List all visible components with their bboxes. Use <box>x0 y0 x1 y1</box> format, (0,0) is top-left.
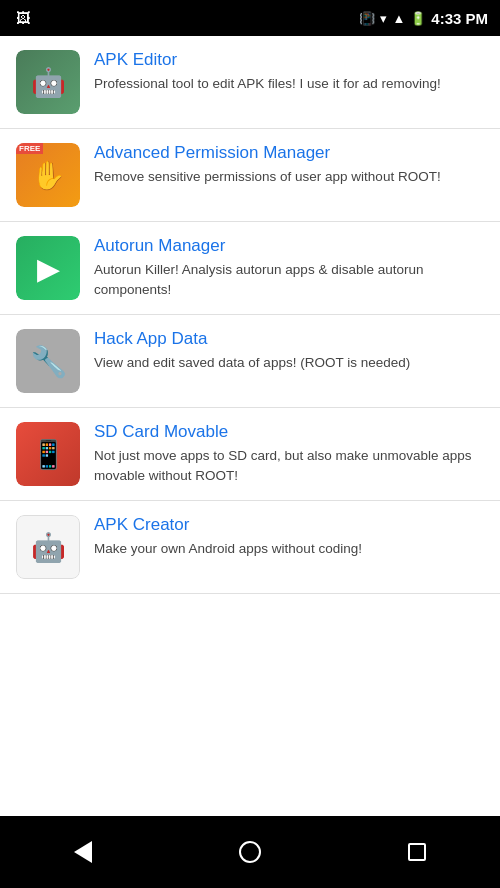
app-info-apk-editor: APK EditorProfessional tool to edit APK … <box>94 50 484 94</box>
battery-icon: 🔋 <box>410 11 426 26</box>
app-desc-sd-card-movable: Not just move apps to SD card, but also … <box>94 446 484 485</box>
app-item-autorun-manager[interactable]: Autorun ManagerAutorun Killer! Analysis … <box>0 222 500 315</box>
recent-button[interactable] <box>387 832 447 872</box>
app-info-autorun-manager: Autorun ManagerAutorun Killer! Analysis … <box>94 236 484 300</box>
app-name-apk-editor[interactable]: APK Editor <box>94 50 484 70</box>
app-item-advanced-permission-manager[interactable]: FREEAdvanced Permission ManagerRemove se… <box>0 129 500 222</box>
app-info-advanced-permission-manager: Advanced Permission ManagerRemove sensit… <box>94 143 484 187</box>
back-button[interactable] <box>53 832 113 872</box>
status-bar-left: 🖼 <box>16 10 30 26</box>
nav-bar <box>0 816 500 888</box>
home-button[interactable] <box>220 832 280 872</box>
screenshot-icon: 🖼 <box>16 10 30 26</box>
app-info-apk-creator: APK CreatorMake your own Android apps wi… <box>94 515 484 559</box>
app-name-hack-app-data[interactable]: Hack App Data <box>94 329 484 349</box>
app-icon-hack-app-data <box>16 329 80 393</box>
app-name-sd-card-movable[interactable]: SD Card Movable <box>94 422 484 442</box>
back-icon <box>74 841 92 863</box>
app-desc-autorun-manager: Autorun Killer! Analysis autorun apps & … <box>94 260 484 299</box>
app-name-advanced-permission-manager[interactable]: Advanced Permission Manager <box>94 143 484 163</box>
free-badge: FREE <box>16 143 43 154</box>
app-list: APK EditorProfessional tool to edit APK … <box>0 36 500 816</box>
icon-hack-app-data <box>16 329 80 393</box>
app-icon-advanced-permission-manager: FREE <box>16 143 80 207</box>
app-desc-apk-editor: Professional tool to edit APK files! I u… <box>94 74 484 94</box>
icon-apk-creator <box>16 515 80 579</box>
app-item-apk-editor[interactable]: APK EditorProfessional tool to edit APK … <box>0 36 500 129</box>
status-bar-right: 📳 ▾ ▲ 🔋 4:33 PM <box>359 10 488 27</box>
signal-icon: ▲ <box>392 11 405 26</box>
app-item-hack-app-data[interactable]: Hack App DataView and edit saved data of… <box>0 315 500 408</box>
app-name-autorun-manager[interactable]: Autorun Manager <box>94 236 484 256</box>
icon-autorun-manager <box>16 236 80 300</box>
icon-apk-editor <box>16 50 80 114</box>
app-item-sd-card-movable[interactable]: SD Card MovableNot just move apps to SD … <box>0 408 500 501</box>
app-desc-apk-creator: Make your own Android apps without codin… <box>94 539 484 559</box>
recent-icon <box>408 843 426 861</box>
app-desc-hack-app-data: View and edit saved data of apps! (ROOT … <box>94 353 484 373</box>
home-icon <box>239 841 261 863</box>
app-icon-apk-creator <box>16 515 80 579</box>
app-icon-apk-editor <box>16 50 80 114</box>
app-desc-advanced-permission-manager: Remove sensitive permissions of user app… <box>94 167 484 187</box>
app-item-apk-creator[interactable]: APK CreatorMake your own Android apps wi… <box>0 501 500 594</box>
app-icon-autorun-manager <box>16 236 80 300</box>
app-info-hack-app-data: Hack App DataView and edit saved data of… <box>94 329 484 373</box>
icon-advanced-permission-manager: FREE <box>16 143 80 207</box>
status-bar: 🖼 📳 ▾ ▲ 🔋 4:33 PM <box>0 0 500 36</box>
wifi-icon: ▾ <box>380 11 387 26</box>
app-name-apk-creator[interactable]: APK Creator <box>94 515 484 535</box>
icon-sd-card-movable <box>16 422 80 486</box>
vibrate-icon: 📳 <box>359 11 375 26</box>
app-info-sd-card-movable: SD Card MovableNot just move apps to SD … <box>94 422 484 486</box>
app-icon-sd-card-movable <box>16 422 80 486</box>
status-time: 4:33 PM <box>431 10 488 27</box>
